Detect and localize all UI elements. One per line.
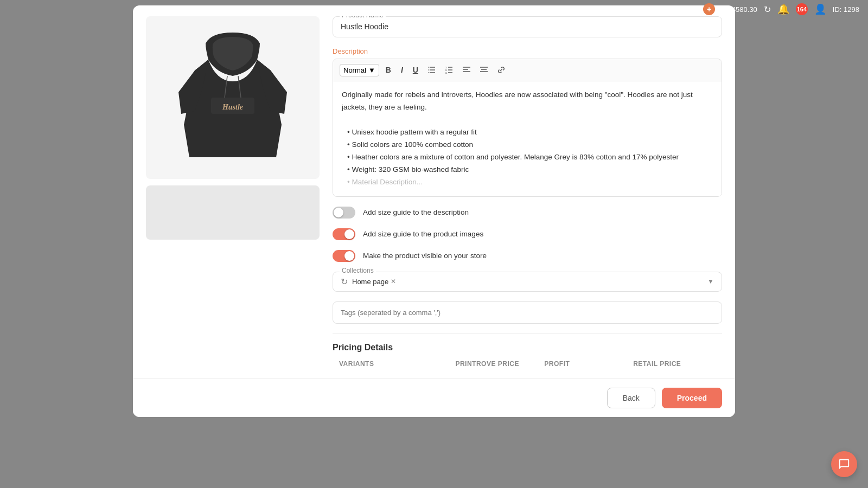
align-left-button[interactable]	[459, 64, 474, 76]
tags-input[interactable]	[333, 301, 722, 324]
svg-point-9	[428, 72, 429, 73]
list-item: Unisex hoodie pattern with a regular fit	[347, 126, 713, 139]
hoodie-illustration: Hustle	[173, 27, 292, 168]
pricing-title: Pricing Details	[333, 343, 722, 352]
description-box: Normal ▼ B I U 1.2.3.	[333, 59, 722, 197]
collection-tag-label: Home page	[352, 278, 388, 286]
notification-badge: 164	[796, 3, 808, 15]
refresh-icon[interactable]: ↻	[764, 4, 771, 15]
style-select[interactable]: Normal ▼	[340, 64, 379, 76]
description-list: Unisex hoodie pattern with a regular fit…	[342, 126, 713, 189]
collections-content[interactable]: ↻ Home page ✕ ▼	[341, 277, 714, 287]
collection-tag-close[interactable]: ✕	[391, 278, 396, 285]
list-ordered-button[interactable]: 1.2.3.	[442, 64, 456, 76]
bold-button[interactable]: B	[382, 63, 394, 76]
product-image-panel: Hustle	[146, 16, 320, 368]
product-name-input[interactable]	[341, 20, 714, 31]
list-unordered-button[interactable]	[425, 64, 439, 76]
description-label: Description	[333, 47, 722, 55]
svg-point-7	[428, 67, 429, 68]
back-button[interactable]: Back	[607, 388, 655, 408]
pricing-table-header: VARIANTS PRINTROVE PRICE PROFIT RETAIL P…	[333, 360, 722, 368]
list-item: Heather colors are a mixture of cotton a…	[347, 151, 713, 164]
toggle-size-guide-desc-track[interactable]	[333, 207, 355, 219]
balance-item: + ₹-144580.30	[703, 3, 757, 15]
toggle-size-guide-desc[interactable]	[333, 207, 355, 219]
balance-amount: ₹-144580.30	[717, 5, 757, 14]
user-icon[interactable]: 👤	[814, 3, 826, 15]
toggle-size-guide-img-row: Add size guide to the product images	[333, 228, 722, 240]
product-image-thumbnail	[146, 185, 320, 240]
col-header-retail: RETAIL PRICE	[633, 360, 716, 368]
chat-bubble[interactable]	[831, 451, 857, 477]
underline-button[interactable]: U	[410, 63, 422, 76]
collections-field: Collections ↻ Home page ✕ ▼	[333, 272, 722, 292]
toggle-size-guide-desc-row: Add size guide to the description	[333, 207, 722, 219]
col-header-variants: VARIANTS	[339, 360, 449, 368]
editor-toolbar: Normal ▼ B I U 1.2.3.	[333, 59, 722, 81]
toggle-size-guide-img[interactable]	[333, 228, 355, 240]
description-section: Description Normal ▼ B I U	[333, 47, 722, 197]
toggle-size-guide-desc-thumb	[334, 208, 343, 217]
pricing-section: Pricing Details VARIANTS PRINTROVE PRICE…	[333, 333, 722, 368]
link-button[interactable]	[494, 64, 508, 76]
toggle-size-guide-img-thumb	[344, 229, 354, 239]
product-image-main: Hustle	[146, 16, 320, 179]
product-name-label: Product Name	[340, 16, 386, 19]
toggle-size-guide-desc-label: Add size guide to the description	[363, 208, 469, 216]
modal-overlay: Hustle Product Name Description	[0, 0, 868, 488]
svg-point-8	[428, 69, 429, 70]
italic-button[interactable]: I	[398, 63, 406, 76]
top-bar: + ₹-144580.30 ↻ 🔔 164 👤 ID: 1298	[694, 0, 868, 18]
list-item: Weight: 320 GSM bio-washed fabric	[347, 164, 713, 176]
bell-icon[interactable]: 🔔	[777, 3, 789, 15]
chevron-down-icon: ▼	[368, 66, 375, 74]
toggle-visible-label: Make the product visible on your store	[363, 252, 487, 260]
product-form-panel: Product Name Description Normal ▼ B	[333, 16, 722, 368]
add-icon: +	[703, 3, 715, 15]
list-item: Material Description...	[347, 176, 713, 189]
toggle-size-guide-img-label: Add size guide to the product images	[363, 230, 483, 238]
product-name-field: Product Name	[333, 16, 722, 37]
collections-label: Collections	[340, 267, 376, 274]
editor-content[interactable]: Originally made for rebels and introvert…	[333, 81, 722, 196]
proceed-button[interactable]: Proceed	[662, 388, 722, 408]
col-header-printrove: PRINTROVE PRICE	[455, 360, 538, 368]
svg-text:3.: 3.	[445, 72, 447, 74]
user-id: ID: 1298	[833, 5, 859, 14]
toggle-visible[interactable]	[333, 250, 355, 262]
modal-footer: Back Proceed	[133, 378, 735, 417]
collections-dropdown-arrow[interactable]: ▼	[707, 278, 714, 285]
description-paragraph: Originally made for rebels and introvert…	[342, 89, 713, 114]
col-header-profit: PROFIT	[544, 360, 627, 368]
collection-tag: Home page ✕	[352, 278, 396, 286]
toggle-visible-thumb	[344, 251, 354, 261]
product-modal: Hustle Product Name Description	[133, 5, 735, 417]
refresh-collections-icon[interactable]: ↻	[341, 277, 348, 287]
toggle-size-guide-img-track[interactable]	[333, 228, 355, 240]
svg-text:Hustle: Hustle	[222, 103, 243, 111]
toggle-visible-track[interactable]	[333, 250, 355, 262]
list-item: Solid colors are 100% combed cotton	[347, 139, 713, 151]
toggle-visible-row: Make the product visible on your store	[333, 250, 722, 262]
align-center-button[interactable]	[477, 64, 491, 76]
